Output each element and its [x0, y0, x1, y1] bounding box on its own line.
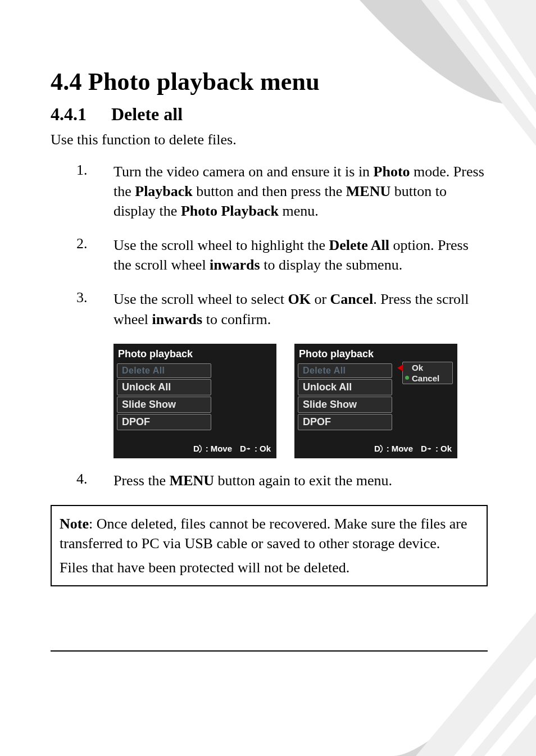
camera-screen-menu: Photo playback Delete All Unlock All Sli… — [113, 344, 276, 458]
confirm-submenu: Ok Cancel — [402, 362, 453, 384]
svg-text:D: D — [421, 444, 427, 453]
note-text-2: Files that have been protected will not … — [60, 558, 481, 577]
section-number: 4.4 — [51, 68, 82, 95]
step-number: 2. — [76, 235, 113, 275]
menu-item-delete-all[interactable]: Delete All — [298, 363, 392, 378]
hint-move: D :Move — [193, 444, 232, 454]
menu-item-delete-all[interactable]: Delete All — [117, 363, 211, 378]
menu-item-slide-show[interactable]: Slide Show — [117, 397, 211, 413]
subsection-heading: 4.4.1 Delete all — [51, 104, 488, 125]
menu-item-unlock-all[interactable]: Unlock All — [117, 379, 211, 395]
hint-ok: D :Ok — [421, 444, 452, 454]
step-2: 2. Use the scroll wheel to highlight the… — [76, 235, 488, 275]
lead-paragraph: Use this function to delete files. — [51, 131, 488, 148]
hint-move: D :Move — [374, 444, 413, 454]
menu-item-unlock-all[interactable]: Unlock All — [298, 379, 392, 395]
subsection-number: 4.4.1 — [51, 104, 107, 125]
step-text: Use the scroll wheel to highlight the De… — [113, 235, 488, 275]
note-text-1: : Once deleted, files cannot be recovere… — [60, 516, 467, 552]
subsection-title-text: Delete all — [111, 104, 183, 124]
step-1: 1. Turn the video camera on and ensure i… — [76, 162, 488, 221]
step-3: 3. Use the scroll wheel to select OK or … — [76, 289, 488, 329]
step-text: Turn the video camera on and ensure it i… — [113, 162, 488, 221]
scroll-rotate-icon: D — [193, 444, 203, 454]
footer-rule — [51, 650, 488, 652]
scroll-press-icon: D — [240, 444, 252, 454]
screenshot-row: Photo playback Delete All Unlock All Sli… — [113, 344, 488, 458]
submenu-pointer-icon — [397, 365, 403, 371]
note-label: Note — [60, 516, 89, 532]
menu-item-dpof[interactable]: DPOF — [298, 414, 392, 430]
step-4: 4. Press the MENU button again to exit t… — [76, 471, 488, 490]
hint-ok: D :Ok — [240, 444, 271, 454]
svg-text:D: D — [193, 444, 199, 453]
scroll-press-icon: D — [421, 444, 433, 454]
screen-title: Photo playback — [294, 347, 457, 363]
screen-title: Photo playback — [113, 347, 276, 363]
menu-item-dpof[interactable]: DPOF — [117, 414, 211, 430]
step-number: 1. — [76, 162, 113, 221]
submenu-option-ok[interactable]: Ok — [403, 362, 452, 373]
section-title-text: Photo playback menu — [88, 68, 320, 95]
svg-text:D: D — [374, 444, 380, 453]
step-text: Use the scroll wheel to select OK or Can… — [113, 289, 488, 329]
step-text: Press the MENU button again to exit the … — [113, 471, 488, 490]
section-heading: 4.4 Photo playback menu — [51, 67, 488, 96]
step-number: 4. — [76, 471, 113, 490]
note-box: Note: Once deleted, files cannot be reco… — [51, 505, 488, 586]
scroll-rotate-icon: D — [374, 444, 384, 454]
svg-text:D: D — [240, 444, 246, 453]
camera-screen-submenu: Photo playback Delete All Unlock All Sli… — [294, 344, 457, 458]
menu-item-slide-show[interactable]: Slide Show — [298, 397, 392, 413]
step-number: 3. — [76, 289, 113, 329]
submenu-option-cancel[interactable]: Cancel — [403, 373, 452, 384]
